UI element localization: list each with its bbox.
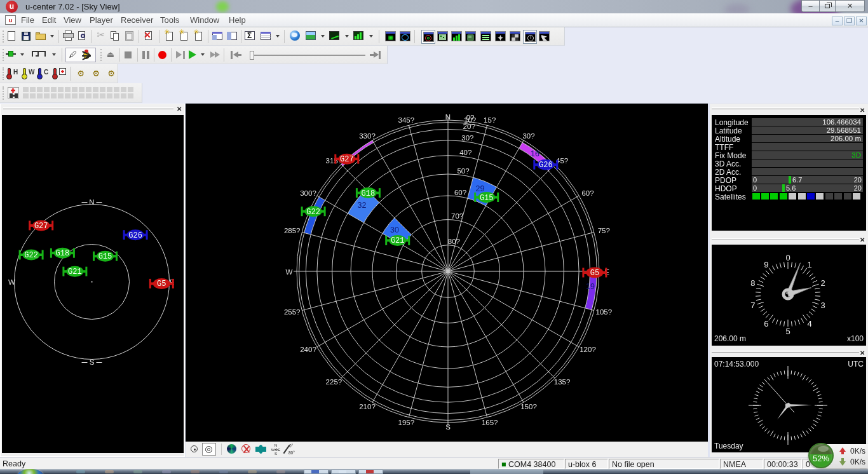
svg-text:G27: G27 [340, 155, 354, 164]
svg-text:210?: 210? [359, 403, 376, 410]
svg-text:W: W [286, 268, 293, 276]
svg-text:S: S [90, 358, 95, 366]
svg-text:4: 4 [807, 319, 811, 328]
svg-text:G21: G21 [391, 236, 405, 245]
svg-text:07:14:53.000: 07:14:53.000 [714, 360, 759, 369]
svg-text:60?: 60? [454, 189, 466, 196]
svg-text:N: N [445, 113, 451, 121]
svg-text:255?: 255? [284, 308, 301, 316]
svg-text:15?: 15? [484, 116, 496, 124]
svg-text:G26: G26 [128, 231, 142, 240]
svg-text:285?: 285? [284, 227, 301, 234]
svg-text:75?: 75? [598, 227, 610, 234]
svg-text:G22: G22 [306, 208, 320, 217]
svg-text:G15: G15 [480, 194, 494, 203]
svg-text:240?: 240? [300, 346, 316, 353]
svg-text:9: 9 [764, 260, 768, 269]
svg-text:0: 0 [785, 253, 790, 262]
svg-text:N: N [89, 198, 94, 206]
svg-text:195?: 195? [398, 419, 415, 426]
svg-text:206.00 m: 206.00 m [714, 334, 746, 343]
svg-text:20?: 20? [463, 123, 475, 130]
svg-text:x100: x100 [847, 334, 864, 343]
svg-text:G5: G5 [157, 280, 166, 288]
svg-text:5: 5 [785, 327, 790, 336]
svg-text:W: W [8, 278, 15, 286]
svg-text:30?: 30? [461, 134, 473, 142]
svg-text:50?: 50? [457, 167, 469, 175]
svg-text:300?: 300? [300, 189, 316, 197]
svg-text:G22: G22 [24, 251, 38, 260]
svg-text:G18: G18 [362, 189, 376, 198]
svg-text:G5: G5 [590, 269, 599, 278]
svg-text:32: 32 [358, 201, 367, 210]
svg-text:60?: 60? [581, 189, 593, 197]
svg-text:345?: 345? [398, 116, 415, 124]
svg-text:Tuesday: Tuesday [714, 442, 743, 450]
svg-text:105?: 105? [596, 308, 613, 316]
svg-text:G21: G21 [68, 267, 82, 276]
svg-text:150?: 150? [520, 403, 537, 410]
svg-text:70?: 70? [451, 212, 463, 220]
svg-text:40?: 40? [459, 149, 471, 156]
svg-text:80?: 80? [448, 238, 460, 245]
svg-text:S: S [445, 423, 451, 431]
svg-text:3: 3 [821, 301, 825, 310]
svg-text:G18: G18 [56, 249, 70, 258]
svg-text:16: 16 [531, 149, 539, 158]
svg-text:135?: 135? [554, 378, 571, 386]
svg-text:7: 7 [750, 301, 755, 310]
svg-text:29: 29 [476, 184, 485, 193]
svg-text:1: 1 [807, 260, 811, 269]
svg-text:225?: 225? [326, 378, 342, 386]
svg-text:G26: G26 [539, 161, 553, 170]
svg-text:30?: 30? [522, 132, 534, 140]
svg-text:UTC: UTC [848, 360, 864, 369]
svg-text:6: 6 [764, 319, 768, 328]
svg-text:120?: 120? [580, 346, 596, 353]
svg-text:330?: 330? [359, 132, 376, 140]
svg-text:2: 2 [821, 278, 825, 288]
svg-text:165?: 165? [482, 419, 498, 426]
svg-text:19: 19 [586, 282, 595, 291]
svg-text:8: 8 [750, 278, 755, 288]
svg-text:30: 30 [390, 226, 399, 234]
svg-text:G15: G15 [98, 252, 112, 261]
svg-text:G27: G27 [34, 222, 48, 231]
